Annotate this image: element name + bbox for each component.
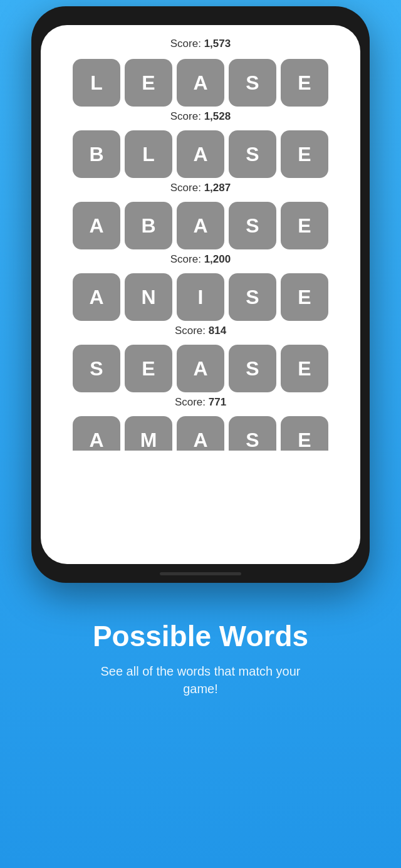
tile-3-4: E bbox=[281, 273, 328, 321]
phone-frame: Score: 1,573 L E A S E Score: 1,528 bbox=[31, 6, 370, 583]
tile-0-1: E bbox=[125, 59, 172, 107]
tiles-row-4: S E A S E bbox=[73, 345, 328, 392]
screen-content: Score: 1,573 L E A S E Score: 1,528 bbox=[41, 25, 360, 564]
tile-1-4: E bbox=[281, 130, 328, 178]
tile-1-3: S bbox=[229, 130, 276, 178]
tile-3-2: I bbox=[177, 273, 224, 321]
tile-3-0: A bbox=[73, 273, 120, 321]
phone-screen: Score: 1,573 L E A S E Score: 1,528 bbox=[41, 25, 360, 564]
tile-4-2: A bbox=[177, 345, 224, 392]
word-row-3: A N I S E Score: 814 bbox=[50, 273, 351, 340]
tile-0-2: A bbox=[177, 59, 224, 107]
word-row-2: A B A S E Score: 1,200 bbox=[50, 202, 351, 268]
tile-5-3: S bbox=[229, 416, 276, 451]
top-score-row: Score: 1,573 bbox=[50, 38, 351, 53]
tile-5-1: M bbox=[125, 416, 172, 451]
possible-words-subtitle: See all of the words that match your gam… bbox=[81, 662, 320, 698]
tile-3-3: S bbox=[229, 273, 276, 321]
possible-words-title: Possible Words bbox=[93, 620, 308, 652]
tile-2-1: B bbox=[125, 202, 172, 249]
tile-2-3: S bbox=[229, 202, 276, 249]
tiles-row-3: A N I S E bbox=[73, 273, 328, 321]
score-row-1: Score: 1,287 bbox=[170, 182, 231, 194]
tile-4-3: S bbox=[229, 345, 276, 392]
top-score-text: Score: 1,573 bbox=[170, 38, 231, 50]
tile-2-2: A bbox=[177, 202, 224, 249]
word-row-4: S E A S E Score: 771 bbox=[50, 345, 351, 411]
tile-5-4: E bbox=[281, 416, 328, 451]
score-row-0: Score: 1,528 bbox=[170, 110, 231, 123]
tile-5-0: A bbox=[73, 416, 120, 451]
bottom-section: Possible Words See all of the words that… bbox=[56, 583, 345, 723]
tile-0-0: L bbox=[73, 59, 120, 107]
tile-0-4: E bbox=[281, 59, 328, 107]
tile-1-1: L bbox=[125, 130, 172, 178]
tile-4-0: S bbox=[73, 345, 120, 392]
tile-5-2: A bbox=[177, 416, 224, 451]
tiles-row-1: B L A S E bbox=[73, 130, 328, 178]
tiles-row-0: L E A S E bbox=[73, 59, 328, 107]
tile-4-4: E bbox=[281, 345, 328, 392]
tiles-row-5: A M A S E bbox=[73, 416, 328, 451]
score-row-2: Score: 1,200 bbox=[170, 253, 231, 266]
word-row-0: L E A S E Score: 1,528 bbox=[50, 59, 351, 125]
tile-1-0: B bbox=[73, 130, 120, 178]
tile-4-1: E bbox=[125, 345, 172, 392]
tile-1-2: A bbox=[177, 130, 224, 178]
tiles-row-2: A B A S E bbox=[73, 202, 328, 249]
home-indicator bbox=[160, 572, 241, 575]
tile-2-0: A bbox=[73, 202, 120, 249]
tile-2-4: E bbox=[281, 202, 328, 249]
tile-0-3: S bbox=[229, 59, 276, 107]
word-row-5: A M A S E bbox=[50, 416, 351, 454]
tile-3-1: N bbox=[125, 273, 172, 321]
score-row-4: Score: 771 bbox=[175, 396, 226, 409]
word-row-1: B L A S E Score: 1,287 bbox=[50, 130, 351, 197]
score-row-3: Score: 814 bbox=[175, 325, 226, 337]
